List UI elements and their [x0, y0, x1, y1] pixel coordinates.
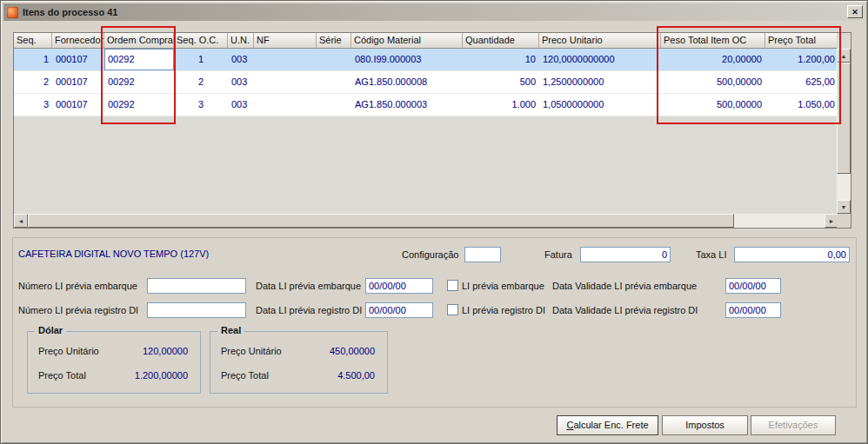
grid-cell[interactable]: 500,00000 [661, 94, 765, 116]
grid-row[interactable]: 1 000107 00292 1 003 080.I99.000003 10 1… [14, 49, 837, 71]
grid-cell[interactable] [254, 49, 317, 70]
grid-cell-editor[interactable]: 00292 [104, 49, 174, 70]
grid-cell[interactable]: 080.I99.000003 [351, 49, 463, 70]
app-icon [7, 7, 18, 18]
data-li-registro-label: Data LI prévia registro DI [256, 305, 362, 315]
grid-body: 1 000107 00292 1 003 080.I99.000003 10 1… [14, 49, 837, 214]
grid-cell[interactable]: 3 [14, 94, 52, 116]
scroll-up-button[interactable]: ▲ [837, 49, 851, 63]
grid-cell[interactable]: 00292 [104, 71, 174, 93]
efetivacoes-button[interactable]: Efetivações [751, 415, 836, 435]
grid-cell[interactable]: 1,0500000000 [539, 94, 661, 116]
horizontal-scrollbar-thumb[interactable] [28, 214, 734, 228]
column-header-un[interactable]: U.N. [228, 33, 254, 49]
li-registro-checkbox[interactable] [447, 304, 458, 315]
column-header-peso-total-item-oc[interactable]: Peso Total Item OC [661, 33, 765, 49]
column-header-codigo-material[interactable]: Código Material [351, 33, 463, 49]
impostos-button[interactable]: Impostos [662, 415, 748, 435]
data-validade-registro-input[interactable] [725, 302, 781, 318]
calcular-enc-frete-button[interactable]: Calcular Enc. Frete [557, 415, 658, 435]
column-header-ordem-compra[interactable]: Ordem Compra [104, 33, 174, 49]
data-li-registro-input[interactable] [365, 302, 433, 318]
grid-cell[interactable]: 000107 [52, 71, 104, 93]
numero-li-embarque-input[interactable] [147, 278, 246, 294]
data-validade-embarque-label: Data Validade LI prévia embarque [552, 281, 697, 291]
dolar-preco-unitario-value: 120,00000 [143, 346, 188, 356]
configuracao-label: Configuração [402, 249, 458, 260]
numero-li-registro-input[interactable] [147, 302, 246, 318]
grid-cell[interactable]: 20,00000 [661, 49, 765, 70]
dolar-preco-total-label: Preço Total [38, 370, 86, 381]
horizontal-scrollbar[interactable]: ◄ ► [14, 214, 838, 228]
impostos-label: Impostos [663, 416, 747, 434]
dolar-group-title: Dólar [35, 325, 66, 335]
grid-cell[interactable]: 003 [228, 71, 254, 93]
grid-cell[interactable]: 3 [174, 94, 228, 116]
column-header-quantidade[interactable]: Quantidade [463, 33, 539, 49]
data-validade-registro-label: Data Validade LI prévia registro DI [552, 305, 698, 315]
grid-cell[interactable]: AG1.850.000003 [351, 94, 463, 116]
vertical-scrollbar[interactable]: ▲ ▼ [837, 49, 851, 214]
grid-cell[interactable]: 120,0000000000 [539, 49, 661, 70]
grid-cell[interactable]: 000107 [52, 49, 104, 70]
column-header-preco-total[interactable]: Preço Total [765, 33, 837, 49]
grid-cell[interactable]: 625,00 [765, 71, 837, 93]
scroll-right-icon: ► [829, 218, 835, 224]
grid-header: Seq. Fornecedor Ordem Compra Seq. O.C. U… [14, 33, 837, 49]
taxa-li-label: Taxa LI [696, 249, 726, 260]
grid-cell[interactable] [317, 71, 351, 93]
grid-cell[interactable]: 1.050,00 [765, 94, 837, 116]
scroll-left-icon: ◄ [18, 218, 24, 224]
li-embarque-checkbox[interactable] [447, 280, 458, 291]
real-preco-unitario-value: 450,00000 [330, 346, 375, 356]
scroll-left-button[interactable]: ◄ [14, 214, 28, 228]
grid-row[interactable]: 3 000107 00292 3 003 AG1.850.000003 1.00… [14, 94, 837, 116]
grid-cell[interactable]: 003 [228, 49, 254, 70]
column-header-preco-unitario[interactable]: Preco Unitario [539, 33, 661, 49]
dolar-preco-unitario-label: Preço Unitário [38, 346, 99, 356]
grid-cell[interactable]: AG1.850.000008 [351, 71, 463, 93]
grid-cell[interactable]: 500 [463, 71, 539, 93]
grid-cell[interactable] [317, 49, 351, 70]
real-group: Real Preço Unitário 450,00000 Preço Tota… [210, 331, 388, 394]
dialog-window: Itens do processo 41 ✕ Seq. Fornecedor O… [0, 0, 868, 444]
scroll-down-icon: ▼ [841, 204, 847, 210]
grid-row[interactable]: 2 000107 00292 2 003 AG1.850.000008 500 … [14, 71, 837, 94]
scroll-down-button[interactable]: ▼ [837, 200, 851, 214]
scroll-up-icon: ▲ [841, 53, 847, 59]
column-header-fornecedor[interactable]: Fornecedor [52, 33, 104, 49]
grid-cell[interactable] [254, 94, 317, 116]
grid-cell[interactable]: 1.200,00 [765, 49, 837, 70]
grid-cell[interactable]: 1.000 [463, 94, 539, 116]
grid-cell[interactable]: 000107 [52, 94, 104, 116]
grid-cell[interactable] [254, 71, 317, 93]
grid-cell[interactable]: 1,2500000000 [539, 71, 661, 93]
data-li-embarque-label: Data LI prévia embarque [256, 281, 361, 291]
efetivacoes-label: Efetivações [751, 416, 835, 434]
grid-cell[interactable]: 003 [228, 94, 254, 116]
real-preco-total-value: 4.500,00 [337, 370, 375, 381]
configuracao-input[interactable] [464, 247, 501, 262]
fatura-input[interactable] [580, 247, 671, 262]
product-name: CAFETEIRA DIGITAL NOVO TEMPO (127V) [18, 249, 209, 259]
grid-cell[interactable]: 1 [14, 49, 52, 70]
vertical-scrollbar-thumb[interactable] [837, 63, 851, 174]
li-registro-checkbox-label: LI prévia registro DI [462, 305, 545, 315]
grid-cell[interactable]: 00292 [104, 94, 174, 116]
close-button[interactable]: ✕ [847, 5, 863, 18]
column-header-nf[interactable]: NF [254, 33, 317, 49]
numero-li-embarque-label: Número LI prévia embarque [18, 281, 137, 291]
data-validade-embarque-input[interactable] [725, 278, 781, 294]
grid-cell[interactable]: 500,00000 [661, 71, 765, 93]
grid-cell[interactable]: 10 [463, 49, 539, 70]
titlebar[interactable]: Itens do processo 41 ✕ [3, 3, 865, 21]
data-li-embarque-input[interactable] [365, 278, 433, 294]
grid-cell[interactable] [317, 94, 351, 116]
taxa-li-input[interactable] [734, 247, 850, 262]
grid-cell[interactable]: 2 [174, 71, 228, 93]
grid-cell[interactable]: 2 [14, 71, 52, 93]
column-header-serie[interactable]: Série [317, 33, 351, 49]
column-header-seq-oc[interactable]: Seq. O.C. [174, 33, 228, 49]
column-header-seq[interactable]: Seq. [14, 33, 52, 49]
grid-cell[interactable]: 1 [174, 49, 228, 70]
